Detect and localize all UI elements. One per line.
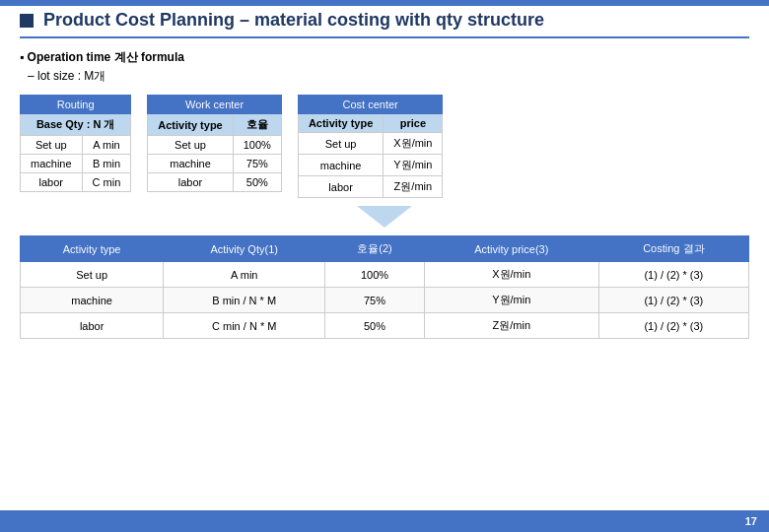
result-r2-c2: 50%	[325, 313, 425, 339]
routing-row2-col1: machine	[21, 155, 83, 173]
result-r1-c2: 75%	[325, 288, 425, 313]
costcenter-header: Cost center	[298, 96, 443, 114]
costcenter-table: Cost center Activity type price Set up X…	[298, 95, 444, 198]
routing-row1-col1: Set up	[21, 136, 83, 155]
result-header-4: Costing 결과	[598, 236, 748, 262]
routing-row1-col2: A min	[82, 136, 131, 155]
wc-row1-col2: 100%	[233, 136, 281, 155]
routing-table: Routing Base Qty : N 개 Set up A min mach…	[20, 95, 131, 192]
cc-col1-header: Activity type	[298, 114, 383, 133]
page-number: 17	[745, 515, 757, 527]
result-row-0: Set up A min 100% X원/min (1) / (2) * (3)	[21, 262, 749, 288]
workcenter-col1-header: Activity type	[148, 114, 233, 136]
result-table: Activity type Activity Qty(1) 호율(2) Acti…	[20, 235, 749, 339]
cc-row3-col2: Z원/min	[384, 176, 443, 198]
operation-label: ▪ Operation time 계산 formula	[20, 49, 749, 66]
cc-row3-col1: labor	[298, 176, 383, 198]
result-r1-c0: machine	[21, 288, 164, 313]
result-r1-c3: Y원/min	[424, 288, 598, 313]
workcenter-table: Work center Activity type 호율 Set up 100%…	[147, 95, 282, 192]
bottom-bar: 17	[0, 510, 769, 532]
table-row: Set up X원/min	[298, 133, 443, 155]
table-row: machine 75%	[148, 155, 282, 173]
result-r2-c3: Z원/min	[424, 313, 598, 339]
cc-row1-col2: X원/min	[384, 133, 443, 155]
cc-row1-col1: Set up	[298, 133, 383, 155]
table-row: Set up 100%	[148, 136, 282, 155]
result-r1-c4: (1) / (2) * (3)	[598, 288, 748, 313]
routing-header: Routing	[21, 96, 131, 114]
result-r0-c4: (1) / (2) * (3)	[598, 262, 748, 288]
result-r1-c1: B min / N * M	[164, 288, 325, 313]
workcenter-header: Work center	[148, 96, 282, 114]
wc-row2-col2: 75%	[233, 155, 281, 173]
routing-row2-col2: B min	[82, 155, 131, 173]
result-r2-c1: C min / N * M	[164, 313, 325, 339]
arrow-down-icon	[357, 206, 412, 228]
result-r0-c2: 100%	[325, 262, 425, 288]
table-row: machine Y원/min	[298, 155, 443, 176]
top-bar	[0, 0, 769, 6]
wc-row1-col1: Set up	[148, 136, 233, 155]
cc-row2-col1: machine	[298, 155, 383, 176]
table-row: labor Z원/min	[298, 176, 443, 198]
table-row: labor C min	[21, 173, 131, 192]
cc-col2-header: price	[384, 114, 443, 133]
result-r0-c1: A min	[164, 262, 325, 288]
result-header-3: Activity price(3)	[424, 236, 598, 262]
main-content: ▪ Operation time 계산 formula – lot size :…	[20, 49, 749, 339]
result-r2-c0: labor	[21, 313, 164, 339]
table-row: machine B min	[21, 155, 131, 173]
result-r0-c0: Set up	[21, 262, 164, 288]
result-header-1: Activity Qty(1)	[164, 236, 325, 262]
routing-subheader: Base Qty : N 개	[21, 114, 131, 136]
wc-row3-col2: 50%	[233, 173, 281, 192]
arrow-down-container	[20, 206, 749, 228]
result-r2-c4: (1) / (2) * (3)	[598, 313, 748, 339]
cc-row2-col2: Y원/min	[384, 155, 443, 176]
wc-row2-col1: machine	[148, 155, 233, 173]
routing-row3-col1: labor	[21, 173, 83, 192]
table-row: labor 50%	[148, 173, 282, 192]
wc-row3-col1: labor	[148, 173, 233, 192]
operation-sublabel: – lot size : M개	[20, 68, 749, 85]
title-square-icon	[20, 14, 34, 28]
small-tables-row: Routing Base Qty : N 개 Set up A min mach…	[20, 95, 749, 198]
result-r0-c3: X원/min	[424, 262, 598, 288]
result-header-2: 호율(2)	[325, 236, 425, 262]
title-area: Product Cost Planning – material costing…	[20, 10, 749, 38]
result-header-0: Activity type	[21, 236, 164, 262]
routing-row3-col2: C min	[82, 173, 131, 192]
workcenter-col2-header: 호율	[233, 114, 281, 136]
result-row-1: machine B min / N * M 75% Y원/min (1) / (…	[21, 288, 749, 313]
page-title: Product Cost Planning – material costing…	[43, 10, 544, 31]
result-row-2: labor C min / N * M 50% Z원/min (1) / (2)…	[21, 313, 749, 339]
table-row: Set up A min	[21, 136, 131, 155]
